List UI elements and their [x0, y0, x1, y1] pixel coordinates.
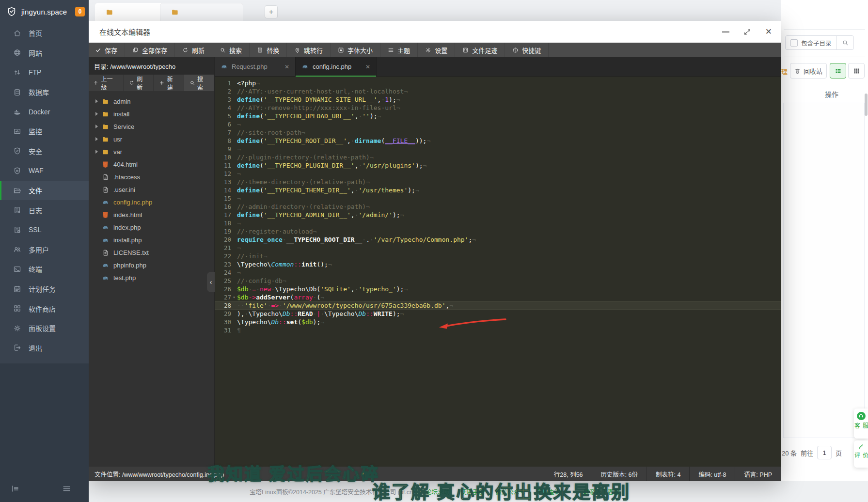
collapse-tree-handle[interactable]: ‹: [207, 272, 215, 292]
toolbar-button[interactable]: 保存: [88, 43, 125, 57]
search-button[interactable]: [836, 36, 853, 49]
code-line[interactable]: 5 ▾ define('__TYPECHO_UPLOAD_URL__',·'')…: [215, 112, 781, 120]
tree-item[interactable]: admin: [88, 95, 214, 108]
code-line[interactable]: 3 ▾ define('__TYPECHO_DYNAMIC_SITE_URL__…: [215, 95, 781, 104]
code-line[interactable]: 6 ▾ ¬: [215, 120, 781, 128]
tree-item[interactable]: usr: [88, 133, 214, 145]
tree-toolbar-button[interactable]: 新建: [154, 75, 184, 91]
sidebar-item-terminal[interactable]: 终端: [0, 259, 89, 279]
include-subdir-option[interactable]: 包含子目录: [786, 36, 836, 49]
code-line[interactable]: 4 ▾ //·ATY:·remove·http://xxx:xxx·in·fil…: [215, 104, 781, 112]
menu-list-icon[interactable]: [62, 484, 71, 493]
tree-item[interactable]: phpinfo.php: [88, 259, 214, 271]
page-number-input[interactable]: 1: [817, 446, 832, 459]
include-subdir-checkbox[interactable]: [790, 39, 798, 47]
code-line[interactable]: 12 ▾ ¬: [215, 170, 781, 178]
tree-item[interactable]: index.html: [88, 208, 214, 221]
tree-item[interactable]: .user.ini: [88, 183, 214, 196]
notification-badge[interactable]: 0: [75, 7, 85, 16]
maximize-icon[interactable]: [743, 28, 751, 36]
code-line[interactable]: 15 ▾ ¬: [215, 194, 781, 203]
feedback-widget[interactable]: 评价: [854, 440, 868, 468]
toolbar-button[interactable]: 主题: [380, 43, 418, 57]
tree-toolbar-button[interactable]: 搜索: [184, 75, 214, 91]
tree-item[interactable]: LICENSE.txt: [88, 246, 214, 259]
sidebar-item-waf[interactable]: WAF: [0, 161, 89, 181]
toolbar-button[interactable]: 文件足迹: [455, 43, 505, 57]
tree-item[interactable]: install: [88, 108, 214, 120]
toolbar-button[interactable]: 设置: [418, 43, 455, 57]
code-line[interactable]: 26 ▾ $db·=·new·\Typecho\Db('SQLite',·'ty…: [215, 285, 781, 293]
sidebar-item-docker[interactable]: Docker: [0, 102, 89, 122]
brand[interactable]: jingyun.space 0: [0, 0, 89, 23]
customer-service-widget[interactable]: 客服: [854, 408, 868, 439]
tree-toolbar-button[interactable]: 上一级: [88, 75, 124, 91]
list-view-toggle[interactable]: [830, 63, 846, 78]
sidebar-item-security[interactable]: 安全: [0, 141, 89, 161]
close-icon[interactable]: ✕: [765, 28, 772, 36]
toolbar-button[interactable]: 快捷键: [505, 43, 549, 57]
code-line[interactable]: 9 ▾ ¬: [215, 145, 781, 153]
toolbar-button[interactable]: 刷新: [175, 43, 212, 57]
code-line[interactable]: 19 ▾ //·register·autoload¬: [215, 227, 781, 235]
editor-tab[interactable]: Request.php ✕: [215, 57, 296, 76]
code-area[interactable]: 1 ▾ <?php¬ 2 ▾ //·ATY:·user·current·host…: [215, 77, 781, 467]
minimize-icon[interactable]: [722, 31, 729, 32]
toolbar-button[interactable]: 全部保存: [125, 43, 175, 57]
code-line[interactable]: 22 ▾ //·init¬: [215, 252, 781, 260]
sidebar-item-ftp[interactable]: FTP: [0, 63, 89, 82]
tab-close-icon[interactable]: ✕: [284, 63, 289, 70]
code-line[interactable]: 7 ▾ //·site·root·path¬: [215, 128, 781, 137]
sidebar-item-appstore[interactable]: 软件商店: [0, 298, 89, 318]
toolbar-button[interactable]: 替换: [250, 43, 287, 57]
tree-item[interactable]: test.php: [88, 271, 214, 284]
tree-toolbar-button[interactable]: 刷新: [124, 75, 154, 91]
toolbar-button[interactable]: 字体大小: [331, 43, 380, 57]
fold-marker[interactable]: ▾: [231, 295, 237, 299]
sidebar-item-logout[interactable]: 退出: [0, 338, 89, 358]
code-line[interactable]: 10 ▾ //·plugin·directory·(relative·path)…: [215, 153, 781, 161]
sidebar-item-cron[interactable]: 计划任务: [0, 279, 89, 299]
recycle-bin-button[interactable]: 回收站: [790, 63, 827, 78]
sidebar-item-site[interactable]: 网站: [0, 43, 89, 63]
code-line[interactable]: 14 ▾ define('__TYPECHO_THEME_DIR__',·'/u…: [215, 186, 781, 194]
tab-close-icon[interactable]: ✕: [365, 63, 370, 70]
tree-item[interactable]: index.php: [88, 221, 214, 234]
tree-item[interactable]: install.php: [88, 234, 214, 246]
code-line[interactable]: 25 ▾ //·config·db¬: [215, 277, 781, 285]
sidebar-item-logs[interactable]: 日志: [0, 200, 89, 220]
code-line[interactable]: 21 ▾ ¬: [215, 244, 781, 252]
sidebar-item-home[interactable]: 首页: [0, 23, 89, 43]
editor-tab[interactable]: config.inc.php ✕: [296, 57, 377, 76]
collapse-sidebar-icon[interactable]: [11, 484, 20, 493]
tree-item[interactable]: Service: [88, 120, 214, 133]
code-line[interactable]: 23 ▾ \Typecho\Common::init();¬: [215, 260, 781, 268]
code-line[interactable]: 17 ▾ define('__TYPECHO_ADMIN_DIR__',·'/a…: [215, 211, 781, 219]
tree-item[interactable]: 404.html: [88, 158, 214, 171]
code-line[interactable]: 1 ▾ <?php¬: [215, 79, 781, 87]
code-line[interactable]: 8 ▾ define('__TYPECHO_ROOT_DIR__',·dirna…: [215, 137, 781, 145]
code-line[interactable]: 2 ▾ //·ATY:·user·current·host·url,·not·l…: [215, 87, 781, 95]
scrollbar-thumb[interactable]: [865, 94, 868, 116]
tree-item[interactable]: .htaccess: [88, 171, 214, 183]
code-line[interactable]: 28 ▾ ··'file'·=>·'/www/wwwroot/typecho/u…: [215, 301, 781, 310]
code-line[interactable]: 24 ▾ ¬: [215, 268, 781, 277]
sidebar-item-ssl[interactable]: SSL: [0, 220, 89, 240]
sidebar-item-panel-settings[interactable]: 面板设置: [0, 318, 89, 338]
code-line[interactable]: 16 ▾ //·admin·directory·(relative·path)¬: [215, 203, 781, 211]
background-file-tab[interactable]: [160, 3, 243, 21]
new-tab-button[interactable]: +: [265, 5, 278, 18]
code-line[interactable]: 18 ▾ ¬: [215, 219, 781, 227]
grid-view-toggle[interactable]: [848, 63, 865, 78]
tree-item[interactable]: var: [88, 145, 214, 158]
code-line[interactable]: 20 ▾ require_once·__TYPECHO_ROOT_DIR__·.…: [215, 235, 781, 244]
sidebar-item-files[interactable]: 文件: [0, 181, 89, 201]
toolbar-button[interactable]: 跳转行: [287, 43, 331, 57]
code-line[interactable]: 13 ▾ //·theme·directory·(relative·path)¬: [215, 178, 781, 186]
sidebar-item-multiuser[interactable]: 多用户: [0, 240, 89, 260]
sidebar-item-database[interactable]: 数据库: [0, 82, 89, 102]
code-line[interactable]: 11 ▾ define('__TYPECHO_PLUGIN_DIR__',·'/…: [215, 161, 781, 170]
sidebar-item-monitor[interactable]: 监控: [0, 122, 89, 141]
toolbar-button[interactable]: 搜索: [212, 43, 250, 57]
code-line[interactable]: 27 ▾ $db->addServer(array·(¬: [215, 293, 781, 301]
